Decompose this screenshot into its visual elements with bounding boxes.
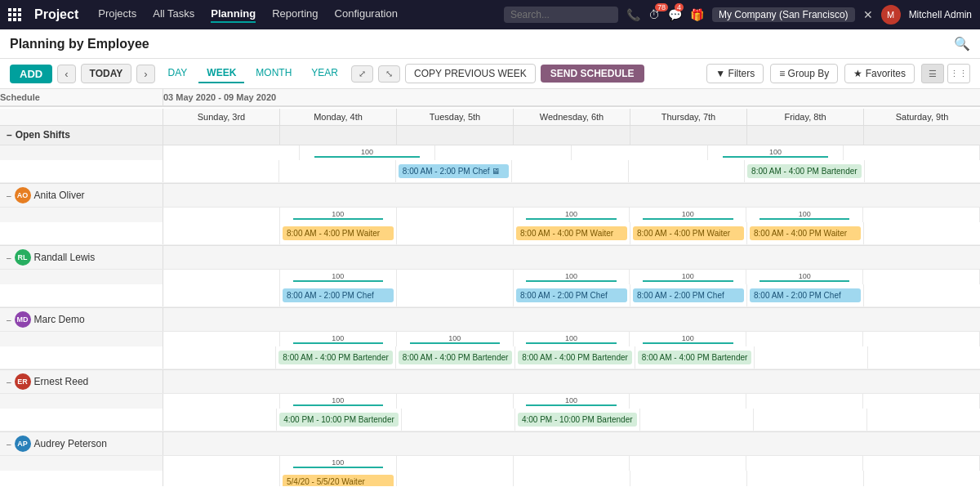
- grid-view-icon[interactable]: ⋮⋮: [947, 64, 970, 83]
- employee-marc-demo: – MD Marc Demo 100 100 100 100 8:00 AM -…: [0, 308, 980, 370]
- open-shifts-day-6: [864, 124, 980, 145]
- favorites-btn[interactable]: ★ Favorites: [844, 64, 915, 83]
- week-view-btn[interactable]: WEEK: [198, 64, 244, 83]
- copy-previous-week-btn[interactable]: COPY PREVIOUS WEEK: [405, 64, 536, 83]
- year-view-btn[interactable]: YEAR: [303, 64, 346, 83]
- anita-progress-row: 100 100 100 100: [0, 208, 980, 222]
- group-by-btn[interactable]: ≡ Group By: [770, 64, 838, 83]
- global-search[interactable]: [504, 7, 618, 23]
- list-view-icon[interactable]: ☰: [921, 64, 944, 83]
- employee-randall-lewis: – RL Randall Lewis 100 100 100 100: [0, 246, 980, 308]
- marc-expand[interactable]: –: [7, 315, 11, 324]
- chat-icon[interactable]: 💬 4: [668, 8, 682, 21]
- anita-shift-fri[interactable]: 8:00 AM - 4:00 PM Waiter: [750, 226, 861, 240]
- open-shifts-day-2: [397, 124, 514, 145]
- open-shifts-group: – Open Shifts 100: [0, 124, 980, 184]
- user-name[interactable]: Mitchell Admin: [909, 9, 972, 20]
- send-schedule-btn[interactable]: SEND SCHEDULE: [541, 65, 644, 83]
- filters-btn[interactable]: ▼ Filters: [706, 64, 764, 83]
- month-view-btn[interactable]: MONTH: [247, 64, 300, 83]
- today-button[interactable]: TODAY: [81, 64, 132, 83]
- open-shifts-day-4: [630, 124, 747, 145]
- randall-name-row: – RL Randall Lewis: [0, 246, 980, 270]
- open-shift-day-2[interactable]: 8:00 AM - 2:00 PM Chef 🖥: [396, 160, 512, 182]
- nav-projects[interactable]: Projects: [98, 7, 136, 23]
- anita-oliver-name-row: – AO Anita Oliver: [0, 184, 980, 208]
- anita-shift-thu[interactable]: 8:00 AM - 4:00 PM Waiter: [633, 226, 744, 240]
- nav-reporting[interactable]: Reporting: [272, 7, 318, 23]
- randall-wed[interactable]: 8:00 AM - 2:00 PM Chef: [516, 288, 627, 302]
- star-icon: ★: [853, 68, 862, 79]
- anita-shift-1[interactable]: 8:00 AM - 4:00 PM Waiter: [280, 222, 397, 244]
- day-view-btn[interactable]: DAY: [160, 64, 196, 83]
- phone-icon[interactable]: 📞: [626, 8, 640, 21]
- avatar[interactable]: M: [881, 5, 901, 25]
- open-shift-bartender[interactable]: 8:00 AM - 4:00 PM Bartender: [747, 164, 862, 178]
- anita-shift-5[interactable]: 8:00 AM - 4:00 PM Waiter: [747, 222, 864, 244]
- randall-avatar: RL: [15, 249, 31, 266]
- day-header-5: Friday, 8th: [747, 109, 864, 125]
- anita-shift-4[interactable]: 8:00 AM - 4:00 PM Waiter: [630, 222, 747, 244]
- marc-mon[interactable]: 8:00 AM - 4:00 PM Bartender: [278, 351, 393, 364]
- open-shift-day-5[interactable]: 8:00 AM - 4:00 PM Bartender: [745, 160, 865, 182]
- randall-fri[interactable]: 8:00 AM - 2:00 PM Chef: [750, 288, 861, 302]
- nav-all-tasks[interactable]: All Tasks: [153, 7, 194, 23]
- open-shift-chef[interactable]: 8:00 AM - 2:00 PM Chef 🖥: [399, 164, 509, 178]
- timer-icon[interactable]: ⏱ 78: [648, 8, 660, 21]
- shrink-icon[interactable]: ⤢: [351, 65, 373, 83]
- ernest-mon[interactable]: 4:00 PM - 10:00 PM Bartender: [279, 413, 399, 427]
- gift-icon[interactable]: 🎁: [690, 8, 704, 21]
- audrey-expand[interactable]: –: [7, 440, 11, 449]
- anita-shift-mon[interactable]: 8:00 AM - 4:00 PM Waiter: [283, 226, 394, 240]
- marc-tue[interactable]: 8:00 AM - 4:00 PM Bartender: [399, 351, 513, 364]
- randall-progress-row: 100 100 100 100: [0, 270, 980, 284]
- view-buttons: DAY WEEK MONTH YEAR: [160, 64, 346, 83]
- company-selector[interactable]: My Company (San Francisco): [712, 7, 855, 22]
- anita-shift-2: [397, 222, 514, 244]
- nav-links: Projects All Tasks Planning Reporting Co…: [98, 7, 491, 23]
- timer-badge: 78: [655, 3, 668, 11]
- open-shifts-day-3: [514, 124, 630, 145]
- anita-shift-row: 8:00 AM - 4:00 PM Waiter 8:00 AM - 4:00 …: [0, 222, 980, 245]
- day-headers-row: Sunday, 3rd Monday, 4th Tuesday, 5th Wed…: [0, 109, 980, 126]
- close-icon[interactable]: ✕: [863, 8, 873, 21]
- toolbar: ADD ‹ TODAY › DAY WEEK MONTH YEAR ⤢ ⤡ CO…: [0, 59, 980, 89]
- nav-configuration[interactable]: Configuration: [335, 7, 398, 23]
- prev-button[interactable]: ‹: [57, 65, 75, 83]
- open-shifts-arrow[interactable]: –: [7, 129, 12, 141]
- anita-prog-2: [397, 208, 514, 222]
- ernest-wed[interactable]: 4:00 PM - 10:00 PM Bartender: [518, 413, 637, 427]
- open-prog-2: [435, 145, 572, 160]
- randall-expand[interactable]: –: [7, 253, 11, 262]
- anita-shift-6: [864, 222, 980, 244]
- app-title: Project: [34, 7, 78, 22]
- open-shifts-header: – Open Shifts: [0, 124, 980, 145]
- ernest-expand[interactable]: –: [7, 378, 11, 386]
- search-icon[interactable]: 🔍: [954, 36, 970, 51]
- marc-name: Marc Demo: [34, 314, 85, 325]
- app-grid-icon[interactable]: [8, 8, 21, 21]
- nav-planning[interactable]: Planning: [211, 7, 256, 23]
- marc-wed[interactable]: 8:00 AM - 4:00 PM Bartender: [518, 351, 632, 364]
- layout-icons: ☰ ⋮⋮: [921, 64, 970, 83]
- top-nav: Project Projects All Tasks Planning Repo…: [0, 0, 980, 29]
- add-button[interactable]: ADD: [10, 65, 52, 83]
- schedule-container: Schedule 03 May 2020 - 09 May 2020 Sunda…: [0, 89, 980, 486]
- open-shift-day-0: [163, 160, 279, 182]
- open-prog-5: [844, 145, 980, 160]
- anita-expand[interactable]: –: [7, 191, 11, 200]
- randall-mon[interactable]: 8:00 AM - 2:00 PM Chef: [283, 288, 394, 302]
- audrey-mon[interactable]: 5/4/20 - 5/5/20 Waiter: [283, 475, 394, 486]
- anita-shift-wed[interactable]: 8:00 AM - 4:00 PM Waiter: [516, 226, 627, 240]
- randall-shift-row: 8:00 AM - 2:00 PM Chef 8:00 AM - 2:00 PM…: [0, 284, 980, 307]
- day-header-4: Thursday, 7th: [630, 109, 747, 125]
- day-header-3: Wednesday, 6th: [514, 109, 630, 125]
- randall-thu[interactable]: 8:00 AM - 2:00 PM Chef: [633, 288, 744, 302]
- schedule-header-label: [0, 109, 163, 125]
- randall-name-cell: – RL Randall Lewis: [0, 246, 163, 269]
- marc-thu[interactable]: 8:00 AM - 4:00 PM Bartender: [638, 351, 752, 364]
- anita-shift-3[interactable]: 8:00 AM - 4:00 PM Waiter: [514, 222, 630, 244]
- next-button[interactable]: ›: [136, 65, 154, 83]
- open-prog-4: 100: [708, 145, 844, 160]
- expand-icon[interactable]: ⤡: [378, 65, 400, 83]
